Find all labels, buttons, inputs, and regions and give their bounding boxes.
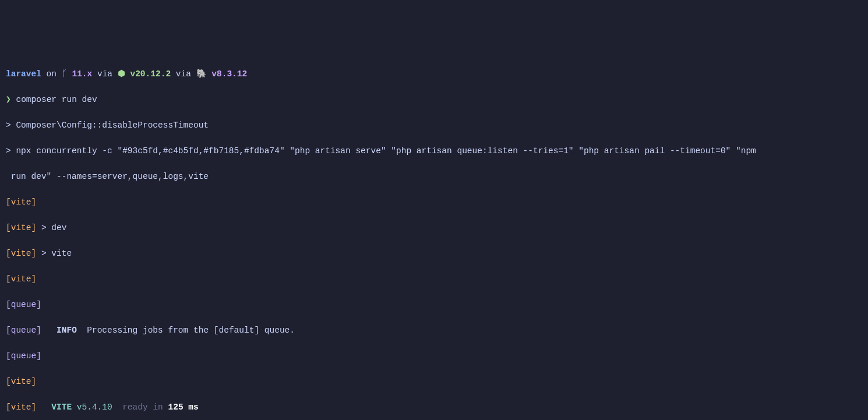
prompt-header: laravel on ᚴ 11.x via ⬢ v20.12.2 via 🐘 v… bbox=[6, 68, 862, 80]
prompt-line: ❯ composer run dev bbox=[6, 93, 862, 106]
output-line: run dev" --names=server,queue,logs,vite bbox=[6, 170, 862, 183]
terminal-output[interactable]: laravel on ᚴ 11.x via ⬢ v20.12.2 via 🐘 v… bbox=[6, 55, 862, 420]
prompt-caret-icon: ❯ bbox=[6, 95, 16, 104]
vite-line: [vite] > vite bbox=[6, 247, 862, 260]
vite-line: [vite] bbox=[6, 196, 862, 209]
php-icon: 🐘 bbox=[196, 69, 212, 79]
queue-line: [queue] INFO Processing jobs from the [d… bbox=[6, 324, 862, 337]
node-icon: ⬢ bbox=[118, 69, 125, 79]
vite-line: [vite] VITE v5.4.10 ready in 125 ms bbox=[6, 401, 862, 414]
output-line: > npx concurrently -c "#93c5fd,#c4b5fd,#… bbox=[6, 144, 862, 157]
output-line: > Composer\Config::disableProcessTimeout bbox=[6, 119, 862, 132]
vite-line: [vite] bbox=[6, 273, 862, 285]
queue-line: [queue] bbox=[6, 298, 862, 311]
git-branch-icon: ᚴ bbox=[62, 69, 67, 79]
queue-line: [queue] bbox=[6, 350, 862, 362]
vite-line: [vite] > dev bbox=[6, 221, 862, 234]
vite-line: [vite] bbox=[6, 375, 862, 388]
